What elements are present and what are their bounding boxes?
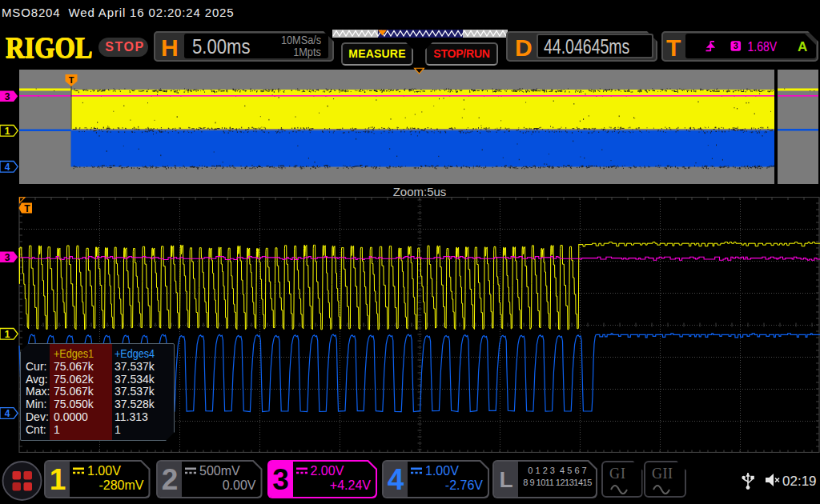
svg-text:GI: GI (609, 466, 625, 482)
svg-text:3: 3 (734, 41, 738, 50)
svg-text:4: 4 (5, 162, 10, 173)
svg-text:3: 3 (5, 91, 10, 102)
svg-text:1: 1 (5, 329, 10, 340)
svg-text:GII: GII (652, 466, 673, 482)
svg-text:4: 4 (5, 408, 10, 419)
svg-text:T: T (24, 203, 30, 214)
svg-text:3: 3 (5, 252, 10, 263)
svg-text:1: 1 (5, 126, 10, 137)
svg-text:02:19: 02:19 (782, 474, 817, 489)
svg-text:A: A (798, 39, 807, 54)
svg-text:T: T (69, 75, 74, 85)
svg-text:1.68V: 1.68V (748, 39, 778, 54)
